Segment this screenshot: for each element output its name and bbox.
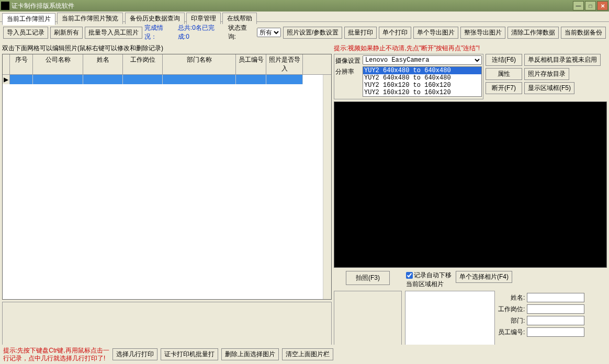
camera-preview	[334, 101, 607, 268]
single-export-button[interactable]: 单个导出图片	[413, 27, 458, 39]
camera-hint: 提示:视频如果静止不动清,先点"断开"按钮再点"连结"!	[334, 43, 607, 54]
position-label: 工作岗位:	[498, 305, 525, 314]
empno-label: 员工编号:	[498, 328, 525, 337]
delete-selected-button[interactable]: 删除上面选择图片	[221, 348, 279, 360]
tab-current-photos[interactable]: 当前工作簿照片	[2, 13, 55, 25]
photo-settings-button[interactable]: 照片设置/参数设置	[283, 27, 342, 39]
batch-import-button[interactable]: 批量导入员工照片	[85, 27, 142, 39]
employee-grid[interactable]: 序号 公司名称 姓名 工作岗位 部门名称 员工编号 照片是否导入 ▶	[2, 54, 332, 300]
footer-hint: 提示:先按下键盘Ctr键,再用鼠标点击一 行记录，点中几行就选择几行打印了!	[3, 347, 109, 362]
camera-device-select[interactable]: Lenovo EasyCamera	[363, 55, 482, 65]
status-query-label: 状态查询:	[228, 24, 255, 41]
list-item[interactable]: YUY2 640x480 to 640x480	[363, 67, 481, 74]
dept-field[interactable]	[527, 316, 584, 325]
resolution-label: 分辨率	[335, 66, 363, 76]
import-employee-button[interactable]: 导入员工记录	[3, 27, 48, 39]
titlebar: 证卡制作排版系统软件 — □ ✕	[0, 0, 609, 12]
clear-images-button[interactable]: 清空上面图片栏	[282, 348, 333, 360]
backup-button[interactable]: 当前数据备份	[561, 27, 606, 39]
name-label: 姓名:	[511, 293, 525, 302]
toolbar: 导入员工记录 刷新所有 批量导入员工照片 完成情况： 总共:0名已完成:0 状态…	[0, 22, 609, 43]
dslr-monitor-button[interactable]: 单反相机目录监视未启用	[524, 54, 601, 66]
disconnect-button[interactable]: 断开(F7)	[486, 82, 522, 94]
shoot-button[interactable]: 拍照(F3)	[346, 271, 390, 285]
auto-move-label: 记录自动下移	[414, 271, 452, 280]
minimize-button[interactable]: —	[573, 1, 584, 10]
col-photo[interactable]: 照片是否导入	[266, 54, 303, 74]
refresh-button[interactable]: 刷新所有	[50, 27, 83, 39]
show-rect-button[interactable]: 显示区域框(F5)	[524, 82, 574, 94]
clear-book-button[interactable]: 清除工作簿数据	[508, 27, 559, 39]
connect-button[interactable]: 连结(F6)	[486, 54, 522, 66]
footer: 提示:先按下键盘Ctr键,再用鼠标点击一 行记录，点中几行就选择几行打印了! 选…	[0, 345, 609, 364]
position-field[interactable]	[527, 304, 584, 314]
tab-help[interactable]: 在线帮助	[222, 13, 257, 24]
table-row[interactable]: ▶	[3, 75, 323, 84]
name-field[interactable]	[527, 293, 584, 302]
maximize-button[interactable]: □	[585, 1, 596, 10]
tab-history[interactable]: 备份历史数据查询	[125, 13, 185, 24]
close-button[interactable]: ✕	[597, 1, 608, 10]
col-empno[interactable]: 员工编号	[236, 54, 266, 74]
row-marker-icon: ▶	[3, 75, 10, 84]
status-select[interactable]: 所有	[257, 28, 281, 37]
dept-label: 部门:	[511, 316, 525, 325]
select-rows-print-button[interactable]: 选择几行打印	[112, 348, 157, 360]
tabstrip: 当前工作簿照片 当前工作簿照片预览 备份历史数据查询 印章管理 在线帮助	[0, 12, 609, 22]
grid-hint: 双击下面网格可以编辑照片(鼠标右键可以修改和删除记录)	[2, 43, 332, 54]
col-name[interactable]: 姓名	[83, 54, 123, 74]
list-item[interactable]: YUY2 160x120 to 160x120	[363, 89, 481, 96]
batch-print-button[interactable]: 批量打印	[344, 27, 377, 39]
photo-dir-button[interactable]: 照片存放目录	[524, 68, 569, 80]
window-title: 证卡制作排版系统软件	[12, 2, 573, 10]
card-printer-batch-button[interactable]: 证卡打印机批量打	[161, 348, 218, 360]
properties-button[interactable]: 属性	[486, 68, 522, 80]
list-item[interactable]: YUY2 160x120 to 160x120	[363, 82, 481, 89]
app-icon	[1, 2, 9, 10]
completion-value: 总共:0名已完成:0	[178, 24, 226, 41]
col-dept[interactable]: 部门名称	[163, 54, 236, 74]
grid-scrollbar[interactable]	[323, 75, 331, 299]
current-area-label: 当前区域相片	[406, 280, 452, 289]
completion-label: 完成情况：	[144, 24, 176, 41]
camera-device-label: 摄像设置	[335, 55, 363, 65]
tab-seal[interactable]: 印章管理	[186, 13, 221, 24]
single-select-photo-button[interactable]: 单个选择相片(F4)	[456, 271, 512, 283]
whole-export-button[interactable]: 整张导出图片	[460, 27, 505, 39]
col-position[interactable]: 工作岗位	[123, 54, 163, 74]
list-item[interactable]: YUY2 640x480 to 640x480	[363, 74, 481, 82]
single-print-button[interactable]: 单个打印	[379, 27, 411, 39]
col-seq[interactable]: 序号	[10, 54, 33, 74]
auto-move-checkbox[interactable]	[406, 272, 413, 279]
empno-field[interactable]	[527, 327, 584, 337]
resolution-list[interactable]: YUY2 640x480 to 640x480 YUY2 640x480 to …	[363, 66, 482, 97]
col-company[interactable]: 公司名称	[33, 54, 83, 74]
tab-preview[interactable]: 当前工作簿照片预览	[57, 13, 123, 24]
